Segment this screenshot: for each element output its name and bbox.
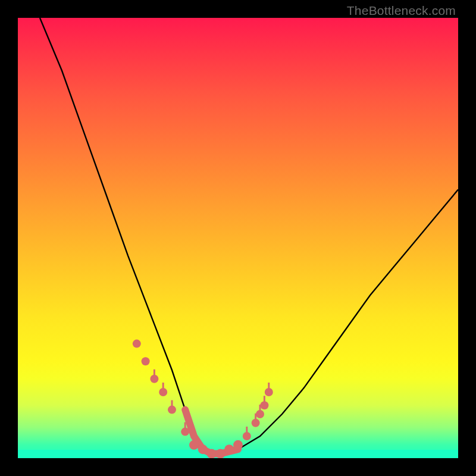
curve-marker [142, 357, 150, 365]
curve-marker [207, 449, 217, 458]
curve-marker [189, 440, 199, 450]
curve-marker [224, 444, 234, 454]
chart-frame: TheBottleneck.com [0, 0, 476, 476]
curve-marker [215, 449, 225, 458]
watermark-text: TheBottleneck.com [347, 4, 456, 18]
curve-marker [233, 440, 243, 450]
marker-tails [154, 369, 268, 435]
curve-marker [133, 340, 141, 348]
plot-area [18, 18, 458, 458]
curve-svg [18, 18, 458, 458]
bottleneck-curve [40, 18, 458, 454]
curve-marker [198, 444, 208, 454]
